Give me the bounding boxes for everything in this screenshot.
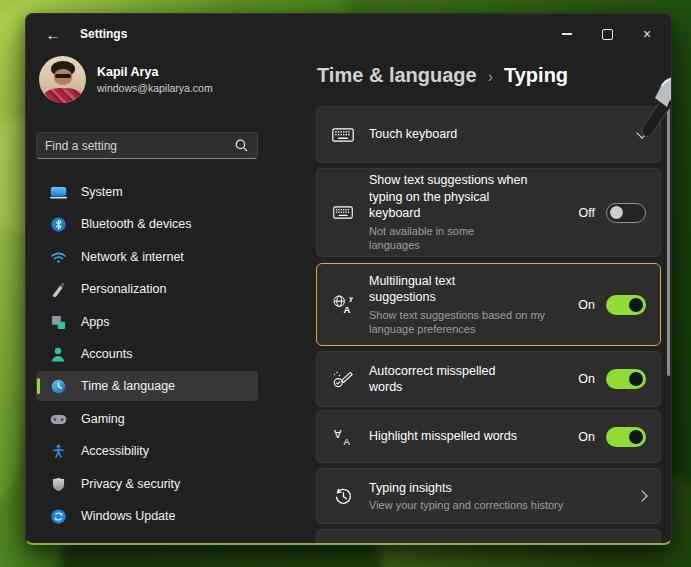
person-icon xyxy=(49,347,67,362)
sidebar-item-label: Accounts xyxy=(81,347,132,361)
proofing-icon: ∀ A xyxy=(331,428,355,445)
sidebar-item-privacy[interactable]: Privacy & security xyxy=(36,469,258,499)
scrollbar[interactable] xyxy=(667,108,670,376)
maximize-button[interactable] xyxy=(587,14,627,54)
search-input[interactable] xyxy=(37,139,235,153)
setting-title: Show text suggestions when typing on the… xyxy=(369,172,541,222)
sidebar-item-label: Network & internet xyxy=(81,250,184,264)
wifi-icon xyxy=(49,251,67,264)
sidebar-item-time-language[interactable]: Time & language xyxy=(36,371,258,401)
setting-title: Highlight misspelled words xyxy=(369,428,578,445)
close-button[interactable]: × xyxy=(627,14,667,54)
toggle-knob xyxy=(629,372,643,386)
user-email: windows@kapilarya.com xyxy=(97,82,213,94)
page-title: Typing xyxy=(504,64,568,87)
sidebar-item-label: Bluetooth & devices xyxy=(81,217,192,231)
avatar xyxy=(39,56,86,103)
sidebar-item-windows-update[interactable]: Windows Update xyxy=(36,501,258,531)
user-profile[interactable]: Kapil Arya windows@kapilarya.com xyxy=(39,56,213,103)
toggle-autocorrect[interactable] xyxy=(606,369,646,389)
toggle-state-label: On xyxy=(578,298,595,312)
shield-icon xyxy=(49,477,67,492)
setting-description: Not available in some languages xyxy=(369,224,519,253)
sidebar-item-label: Windows Update xyxy=(81,509,176,523)
back-arrow-icon: ← xyxy=(46,26,61,43)
sidebar-item-label: System xyxy=(81,185,123,199)
sidebar-item-label: Privacy & security xyxy=(81,477,180,491)
setting-description: View your typing and corrections history xyxy=(369,498,638,512)
chevron-separator-icon: › xyxy=(488,68,493,86)
titlebar: ← Settings × xyxy=(26,14,671,54)
update-icon xyxy=(49,509,67,524)
desktop: ← Settings × Kapil Arya windows@kapilary… xyxy=(0,0,691,567)
translate-letter: A xyxy=(344,304,351,315)
chevron-down-icon[interactable] xyxy=(636,127,647,138)
toggle-state-label: Off xyxy=(579,206,595,220)
window-title: Settings xyxy=(80,27,127,41)
toggle-physical-keyboard-suggestions[interactable] xyxy=(606,203,646,223)
toggle-state-label: On xyxy=(578,430,595,444)
keyboard-icon xyxy=(331,128,355,142)
gamepad-icon xyxy=(49,414,67,425)
setting-card-multilingual-suggestions[interactable]: A Multilingual text suggestions Show tex… xyxy=(316,263,661,346)
sidebar-item-accounts[interactable]: Accounts xyxy=(36,339,258,369)
toggle-highlight-misspelled[interactable] xyxy=(606,427,646,447)
setting-title: Multilingual text suggestions xyxy=(369,273,499,306)
chevron-right-icon[interactable] xyxy=(636,490,647,501)
toggle-knob xyxy=(629,298,643,312)
breadcrumb: Time & language › Typing xyxy=(317,64,568,87)
setting-card-physical-keyboard-suggestions[interactable]: Show text suggestions when typing on the… xyxy=(316,168,661,257)
proofing-glyph-bottom: A xyxy=(343,436,350,446)
sidebar-item-label: Accessibility xyxy=(81,444,149,458)
bluetooth-icon xyxy=(49,217,67,232)
toggle-knob xyxy=(629,430,643,444)
setting-title: Autocorrect misspelled words xyxy=(369,363,521,396)
sidebar-item-personalization[interactable]: Personalization xyxy=(36,274,258,304)
back-button[interactable]: ← xyxy=(38,21,68,47)
setting-card-autocorrect[interactable]: Autocorrect misspelled words On xyxy=(316,351,661,407)
setting-title: Typing insights xyxy=(369,480,638,497)
breadcrumb-parent[interactable]: Time & language xyxy=(317,64,477,87)
setting-title: Touch keyboard xyxy=(369,126,638,143)
close-icon: × xyxy=(643,27,651,41)
settings-window: ← Settings × Kapil Arya windows@kapilary… xyxy=(25,13,672,545)
pen-check-icon xyxy=(331,371,355,388)
maximize-icon xyxy=(602,29,613,40)
minimize-icon xyxy=(562,33,572,34)
toggle-knob xyxy=(610,206,623,219)
setting-card-touch-keyboard[interactable]: Touch keyboard xyxy=(316,106,661,163)
proofing-glyph-top: ∀ xyxy=(334,428,342,440)
toggle-multilingual-suggestions[interactable] xyxy=(606,295,646,315)
sidebar-item-accessibility[interactable]: Accessibility xyxy=(36,436,258,466)
minimize-button[interactable] xyxy=(547,14,587,54)
brush-icon xyxy=(49,282,67,297)
sidebar-item-label: Time & language xyxy=(81,379,175,393)
accessibility-icon xyxy=(49,444,67,459)
sidebar-item-network[interactable]: Network & internet xyxy=(36,242,258,272)
apps-icon xyxy=(49,315,67,330)
sidebar-item-bluetooth[interactable]: Bluetooth & devices xyxy=(36,209,258,239)
setting-card-partial[interactable] xyxy=(316,529,661,545)
keyboard-icon xyxy=(331,206,355,219)
clock-icon xyxy=(49,379,67,394)
sidebar-item-apps[interactable]: Apps xyxy=(36,307,258,337)
system-icon xyxy=(49,186,67,199)
sidebar-item-system[interactable]: System xyxy=(36,177,258,207)
history-icon xyxy=(331,487,355,506)
user-name: Kapil Arya xyxy=(97,65,213,79)
setting-description: Show text suggestions based on my langua… xyxy=(369,308,565,337)
sidebar-item-label: Personalization xyxy=(81,282,166,296)
sidebar-item-label: Gaming xyxy=(81,412,125,426)
setting-card-typing-insights[interactable]: Typing insights View your typing and cor… xyxy=(316,468,661,524)
window-controls: × xyxy=(547,14,667,54)
search-icon xyxy=(235,139,248,152)
translate-globe-icon: A xyxy=(331,295,355,314)
setting-card-highlight-misspelled[interactable]: ∀ A Highlight misspelled words On xyxy=(316,410,661,463)
sidebar-item-gaming[interactable]: Gaming xyxy=(36,404,258,434)
toggle-state-label: On xyxy=(578,372,595,386)
search-box[interactable] xyxy=(36,132,258,159)
selected-indicator xyxy=(37,378,40,394)
sidebar-item-label: Apps xyxy=(81,315,110,329)
